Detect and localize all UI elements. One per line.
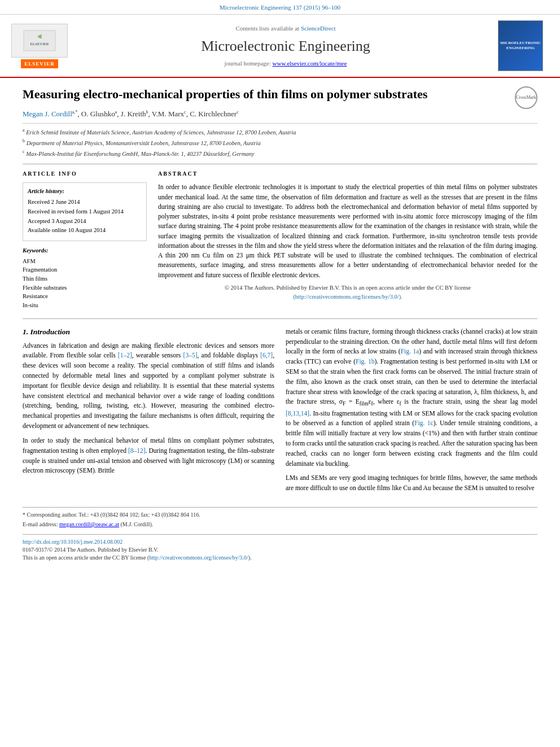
svg-text:ELSEVIER: ELSEVIER [30, 42, 49, 46]
body-left-column: 1. Introduction Advances in fabrication … [23, 327, 274, 498]
journal-citation: Microelectronic Engineering 137 (2015) 9… [220, 4, 340, 11]
ref-8-12[interactable]: [8–12] [128, 447, 146, 454]
received-date: Received 2 June 2014 [28, 198, 142, 207]
section1-heading: 1. Introduction [23, 327, 274, 338]
crossmark-area: CrossMark [515, 86, 537, 109]
history-title: Article history: [28, 187, 142, 196]
body-section: 1. Introduction Advances in fabrication … [23, 327, 537, 498]
author-cordill[interactable]: Megan J. Cordill [23, 110, 72, 119]
abstract-label: ABSTRACT [158, 170, 537, 178]
keyword-2: Fragmentation [23, 266, 147, 274]
article-container: Measuring electro-mechanical properties … [0, 78, 560, 570]
svg-rect-0 [24, 30, 55, 51]
affiliation-c: c Max-Planck-Institut für Eisenforschung… [23, 148, 537, 158]
science-direct-link[interactable]: ScienceDirect [301, 25, 336, 32]
article-history-box: Article history: Received 2 June 2014 Re… [23, 182, 147, 241]
available-date: Available online 10 August 2014 [28, 226, 142, 235]
science-direct-info: Contents lists available at ScienceDirec… [79, 24, 492, 33]
journal-header: 🌿 ELSEVIER ELSEVIER Contents lists avail… [0, 15, 560, 78]
open-access-line: This is an open access article under the… [23, 554, 537, 562]
footnote-corresponding: * Corresponding author. Tel.: +43 (0)384… [23, 511, 537, 519]
elsevier-logo: 🌿 ELSEVIER ELSEVIER [11, 24, 68, 69]
elsevier-image: 🌿 ELSEVIER [11, 24, 68, 58]
journal-cover-image: MICROELECTRONIC ENGINEERING [498, 20, 543, 71]
right-para-2: LMs and SEMs are very good imaging techn… [286, 473, 537, 493]
body-left-text: Advances in fabrication and design are m… [23, 341, 274, 477]
top-bar: Microelectronic Engineering 137 (2015) 9… [0, 0, 560, 15]
footnotes: * Corresponding author. Tel.: +43 (0)384… [23, 507, 537, 528]
fig-1a-link[interactable]: Fig. 1a [401, 348, 419, 355]
authors-line: Megan J. Cordilla,*, O. Glushkoa, J. Kre… [23, 109, 537, 120]
section-divider [23, 318, 537, 319]
issn-line: 0167-9317/© 2014 The Authors. Published … [23, 546, 537, 554]
keyword-3: Thin films [23, 275, 147, 283]
publisher-logo-area: 🌿 ELSEVIER ELSEVIER [11, 24, 79, 69]
body-right-column: metals or ceramic films fracture, formin… [286, 327, 537, 498]
ref-3-5[interactable]: [3–5] [183, 352, 198, 359]
bottom-info: http://dx.doi.org/10.1016/j.mee.2014.08.… [23, 534, 537, 562]
abstract-paragraph: In order to advance flexible electronic … [158, 182, 537, 280]
received-revised-date: Received in revised form 1 August 2014 [28, 208, 142, 216]
journal-cover-area: MICROELECTRONIC ENGINEERING [492, 20, 549, 71]
ref-1-2[interactable]: [1–2] [118, 352, 132, 359]
affiliation-b: b Department of Material Physics, Montan… [23, 138, 537, 147]
cc-license-link[interactable]: (http://creativecommons.org/licenses/by/… [293, 294, 403, 300]
fig-1b-link[interactable]: Fig. 1b [356, 358, 374, 365]
keywords-section: Keywords: AFM Fragmentation Thin films F… [23, 247, 147, 310]
homepage-link[interactable]: www.elsevier.com/locate/mee [273, 60, 347, 67]
journal-homepage: journal homepage: www.elsevier.com/locat… [79, 59, 492, 68]
keyword-4: Flexible substrates [23, 284, 147, 292]
right-para-1: metals or ceramic films fracture, formin… [286, 327, 537, 469]
affiliations-section: a Erich Schmid Institute of Materials Sc… [23, 123, 537, 159]
accepted-date: Accepted 3 August 2014 [28, 217, 142, 226]
abstract-text: In order to advance flexible electronic … [158, 182, 537, 301]
article-title: Measuring electro-mechanical properties … [23, 86, 509, 103]
keyword-6: In-situ [23, 302, 147, 310]
email-link[interactable]: megan.cordill@oeaw.ac.at [59, 521, 119, 527]
svg-text:🌿: 🌿 [38, 34, 42, 39]
abstract-column: ABSTRACT In order to advance flexible el… [158, 170, 537, 310]
intro-para-1: Advances in fabrication and design are m… [23, 341, 274, 431]
keyword-5: Resistance [23, 292, 147, 301]
article-info-label: ARTICLE INFO [23, 170, 147, 178]
footnote-email: E-mail address: megan.cordill@oeaw.ac.at… [23, 521, 537, 528]
intro-para-2: In order to study the mechanical behavio… [23, 436, 274, 476]
ref-6-7[interactable]: [6,7] [260, 352, 273, 359]
ref-8-13-14[interactable]: [8,13,14] [286, 410, 309, 417]
keywords-title: Keywords: [23, 247, 147, 255]
affiliation-a: a Erich Schmid Institute of Materials Sc… [23, 127, 537, 137]
info-abstract-section: ARTICLE INFO Article history: Received 2… [23, 164, 537, 310]
journal-title: Microelectronic Engineering [79, 36, 492, 56]
article-info-column: ARTICLE INFO Article history: Received 2… [23, 170, 147, 310]
fig-1c-link[interactable]: Fig. 1c [414, 420, 434, 426]
journal-header-center: Contents lists available at ScienceDirec… [79, 24, 492, 68]
crossmark-badge: CrossMark [515, 86, 537, 109]
open-access-link[interactable]: http://creativecommons.org/licenses/by/3… [149, 554, 248, 561]
doi-link[interactable]: http://dx.doi.org/10.1016/j.mee.2014.08.… [23, 539, 123, 545]
title-row: Measuring electro-mechanical properties … [23, 86, 537, 109]
elsevier-badge: ELSEVIER [21, 59, 58, 69]
body-right-text: metals or ceramic films fracture, formin… [286, 327, 537, 493]
doi-line: http://dx.doi.org/10.1016/j.mee.2014.08.… [23, 538, 537, 546]
cc-license: © 2014 The Authors. Published by Elsevie… [158, 283, 537, 302]
keyword-1: AFM [23, 257, 147, 266]
